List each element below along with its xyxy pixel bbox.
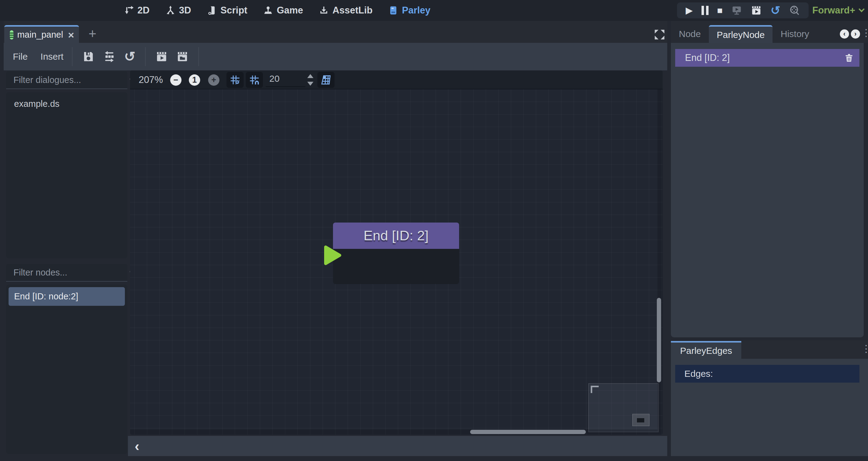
workspace-label: 2D [137,5,150,16]
edges-section-label: Edges: [675,365,860,382]
panel-scene-icon [10,30,13,39]
godot-editor-window: 2D 3D Script Game [0,0,868,461]
nodes-filter-input[interactable] [6,268,129,278]
dialogues-list: example.ds [6,92,127,258]
axes-3d-icon [165,5,175,15]
graph-node-end[interactable]: End [ID: 2] [333,222,459,284]
script-scroll-icon [207,5,217,15]
inspector-node-header: End [ID: 2] [675,49,860,67]
graph-canvas[interactable]: 207% − 1 + 20 End [ID: 2] [130,70,663,435]
dock-menu-dots-icon[interactable]: ⋮ [861,27,868,38]
workspace-2d-button[interactable]: 2D [124,5,150,16]
parley-logo-icon [389,5,398,15]
history-back-icon[interactable]: ‹ [840,29,849,38]
separator [145,47,146,66]
edges-menu-dots-icon[interactable]: ⋮ [861,343,868,355]
expand-icon[interactable] [653,28,666,41]
download-assetlib-icon [319,5,329,15]
chevron-down-icon [859,6,865,12]
toggle-minimap-icon[interactable] [317,72,335,88]
toggle-grid-icon[interactable] [226,72,244,88]
arrange-nodes-icon[interactable] [103,51,115,63]
test-dialogue-icon[interactable] [155,51,168,63]
pause-button[interactable] [702,6,709,15]
separator [72,47,72,66]
edges-tab-band: ParleyEdges [671,340,868,359]
zoom-out-button[interactable]: − [170,74,182,86]
parleyedges-panel: Edges: [671,359,868,457]
workspace-script-button[interactable]: Script [207,5,247,16]
history-forward-icon[interactable]: › [851,29,860,38]
add-tab-button[interactable]: + [86,26,99,42]
reload-icon[interactable]: ↺ [771,5,780,16]
snap-grid-icon[interactable] [246,72,263,88]
zoom-in-button[interactable]: + [208,74,219,86]
tab-node[interactable]: Node [671,25,709,43]
tab-main-panel[interactable]: main_panel × [4,25,79,43]
vertical-scrollbar[interactable] [657,298,661,382]
stop-button[interactable]: ■ [717,6,723,15]
delete-node-icon[interactable] [844,53,854,63]
graph-minimap[interactable] [588,383,659,432]
play-button[interactable]: ▶ [686,6,693,15]
workspace-switcher: 2D 3D Script Game [124,0,430,21]
dialogues-filter-input[interactable] [6,75,129,85]
dock-tabs: Node ParleyNode History [671,25,817,43]
node-list-item[interactable]: End [ID: node:2] [8,287,125,306]
bottom-panel-bar: ‹ [128,436,667,456]
nodes-filter [6,264,127,282]
graph-toolbar: 207% − 1 + 20 [130,70,663,89]
test-dialogue-from-file-icon[interactable] [176,51,189,63]
window-bottom-edge [0,456,868,461]
workspace-label: Game [277,5,303,16]
close-icon[interactable]: × [68,30,74,40]
insert-menu[interactable]: Insert [37,52,66,62]
parleynode-inspector: End [ID: 2] [671,43,864,337]
movie-maker-icon[interactable] [789,5,800,16]
workspace-label: Script [220,5,247,16]
tab-parleynode[interactable]: ParleyNode [709,25,773,43]
workspace-parley-button[interactable]: Parley [389,5,430,16]
file-menu[interactable]: File [10,52,31,62]
horizontal-scrollbar[interactable] [470,430,586,434]
tab-parleyedges[interactable]: ParleyEdges [671,341,741,359]
minimap-corner-icon [591,386,599,393]
parley-toolbar: File Insert ↺ [4,43,667,70]
workspace-label: 3D [179,5,191,16]
workspace-3d-button[interactable]: 3D [165,5,191,16]
run-current-scene-icon[interactable] [731,5,742,16]
playback-controls: ▶ ■ ↺ [677,2,809,19]
minimap-viewport[interactable] [632,414,649,426]
run-specific-scene-icon[interactable] [751,5,762,16]
zoom-percent-label: 207% [138,74,163,85]
nodes-list: End [ID: node:2] [6,285,127,454]
undo-icon[interactable]: ↺ [124,51,135,63]
move-2d-icon [124,5,134,15]
spinner-down-icon[interactable] [307,82,313,86]
workspace-label: AssetLib [332,5,372,16]
collapse-sidebar-icon[interactable]: ‹ [135,439,139,453]
input-port-icon[interactable] [324,245,342,266]
minimap-node-marker [637,418,644,423]
grid-size-spinner[interactable] [306,73,314,87]
save-icon[interactable] [82,51,95,63]
graph-node-body [333,249,459,284]
spinner-up-icon[interactable] [307,74,313,78]
dialogue-item[interactable]: example.ds [8,95,125,113]
separator [198,47,199,66]
scene-tab-bar: main_panel × + [4,21,667,43]
renderer-dropdown[interactable]: Forward+ [812,0,864,21]
inspector-node-title: End [ID: 2] [675,52,844,63]
workspace-assetlib-button[interactable]: AssetLib [319,5,372,16]
renderer-label: Forward+ [812,5,855,16]
tab-history[interactable]: History [773,25,817,43]
dialogues-filter [6,71,127,89]
workspace-game-button[interactable]: Game [263,5,303,16]
top-bar: 2D 3D Script Game [0,0,868,21]
graph-node-title[interactable]: End [ID: 2] [333,222,459,249]
joystick-game-icon [263,5,273,15]
grid-size-input[interactable]: 20 [266,73,306,87]
zoom-reset-button[interactable]: 1 [189,74,200,86]
workspace-label: Parley [402,5,430,16]
tab-title: main_panel [17,30,63,40]
